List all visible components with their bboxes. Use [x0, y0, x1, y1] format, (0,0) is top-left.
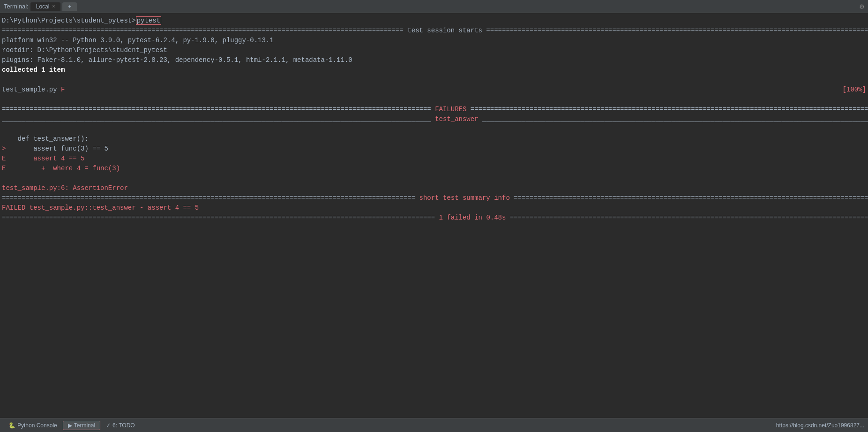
tab-close-icon[interactable]: × [52, 4, 55, 9]
python-console-button[interactable]: 🐍 Python Console [4, 421, 62, 430]
test-answer-header: ________________________________________… [0, 114, 868, 124]
todo-label: 6: TODO [112, 422, 135, 429]
tab-local[interactable]: Local × [30, 2, 61, 11]
python-console-label: Python Console [17, 422, 57, 429]
failed-line: FAILED test_sample.py::test_answer - ass… [0, 203, 868, 213]
settings-icon[interactable]: ⚙ [860, 2, 864, 11]
bottom-bar-link[interactable]: https://blog.csdn.net/Zuo1996827... [776, 422, 864, 429]
final-divider: ========================================… [0, 213, 868, 223]
blank-2 [0, 95, 868, 105]
todo-icon: ✓ [106, 422, 111, 429]
tab-new[interactable]: + [62, 2, 77, 11]
terminal: D:\Python\Projects\student_pytest>pytest… [0, 13, 868, 418]
terminal-content[interactable]: D:\Python\Projects\student_pytest>pytest… [0, 15, 868, 416]
failures-divider: ========================================… [0, 105, 868, 114]
link-text: https://blog.csdn.net/Zuo1996827... [776, 422, 864, 429]
bottom-bar: 🐍 Python Console ▶ Terminal ✓ 6: TODO ht… [0, 418, 868, 432]
test-result-line: test_sample.py F [100%] [0, 85, 868, 95]
terminal-button[interactable]: ▶ Terminal [63, 421, 100, 430]
python-console-icon: 🐍 [8, 422, 15, 429]
code-def-line: def test_answer(): [0, 134, 868, 144]
code-assert-line: > assert func(3) == 5 [0, 144, 868, 154]
command-text: pytest [136, 16, 161, 25]
test-result-left: test_sample.py F [2, 85, 65, 95]
platform-info: platform win32 -- Python 3.9.0, pytest-6… [0, 36, 868, 45]
error-where-line: E + where 4 = func(3) [0, 164, 868, 174]
title-bar-label: Terminal: [4, 3, 29, 10]
blank-1 [0, 75, 868, 85]
terminal-label: Terminal [74, 422, 95, 429]
tab-new-label: + [68, 3, 71, 10]
prompt-text: D:\Python\Projects\student_pytest> [2, 17, 136, 24]
blank-3 [0, 124, 868, 134]
tab-local-label: Local [36, 3, 50, 10]
todo-button[interactable]: ✓ 6: TODO [101, 421, 140, 430]
title-bar: Terminal: Local × + ⚙ [0, 0, 868, 13]
test-result-right: [100%] [843, 85, 866, 95]
terminal-icon: ▶ [68, 422, 72, 429]
error-location-line: test_sample.py:6: AssertionError [0, 183, 868, 193]
collected-line: collected 1 item [0, 65, 868, 75]
session-start-divider: ========================================… [0, 26, 868, 36]
command-line: D:\Python\Projects\student_pytest>pytest [0, 16, 868, 26]
error-assert-line: E assert 4 == 5 [0, 154, 868, 164]
rootdir-line: rootdir: D:\Python\Projects\student_pyte… [0, 45, 868, 55]
blank-4 [0, 174, 868, 183]
plugins-line: plugins: Faker-8.1.0, allure-pytest-2.8.… [0, 55, 868, 65]
summary-divider: ========================================… [0, 193, 868, 203]
